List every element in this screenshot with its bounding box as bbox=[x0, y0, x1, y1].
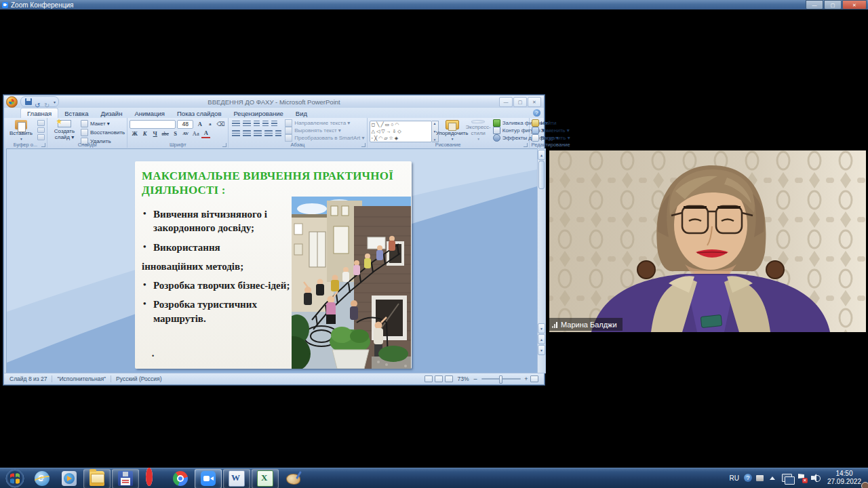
redo-icon[interactable] bbox=[44, 98, 51, 105]
layout-button[interactable]: Макет ▾ bbox=[81, 120, 125, 127]
font-name-input[interactable] bbox=[130, 120, 176, 129]
align-center-icon[interactable] bbox=[243, 130, 251, 137]
volume-icon[interactable] bbox=[811, 474, 821, 482]
shrink-font-button[interactable]: а bbox=[205, 121, 214, 128]
text-direction-button[interactable]: Направление текста ▾ bbox=[285, 119, 364, 127]
font-size-input[interactable]: 48 bbox=[177, 120, 193, 129]
numbering-icon[interactable] bbox=[243, 121, 251, 127]
grow-font-button[interactable]: А bbox=[195, 121, 204, 128]
next-slide-button[interactable]: ▼ bbox=[538, 345, 545, 355]
tab-home[interactable]: Главная bbox=[20, 108, 58, 118]
clipboard-dialog-launcher[interactable] bbox=[41, 143, 45, 147]
slide-canvas[interactable]: МАКСИМАЛЬНЕ ВИВЧЕННЯ ПРАКТИЧНОЇ ДІЯЛЬНОС… bbox=[6, 148, 538, 373]
action-center-flag-icon[interactable] bbox=[797, 474, 806, 482]
tab-view[interactable]: Вид bbox=[290, 108, 313, 118]
taskbar-paint[interactable] bbox=[280, 470, 306, 488]
slide[interactable]: МАКСИМАЛЬНЕ ВИВЧЕННЯ ПРАКТИЧНОЇ ДІЯЛЬНОС… bbox=[135, 161, 412, 369]
strikethrough-button[interactable]: abc bbox=[161, 130, 170, 138]
select-button[interactable]: Выделить ▾ bbox=[532, 134, 570, 142]
slide-body-text[interactable]: •Вивчення вітчизняного і закордонного до… bbox=[142, 207, 294, 331]
ppt-restore-button[interactable]: ▢ bbox=[513, 97, 527, 107]
maximize-button[interactable]: ▢ bbox=[824, 0, 842, 9]
tab-insert[interactable]: Вставка bbox=[58, 108, 94, 118]
align-right-icon[interactable] bbox=[254, 130, 262, 137]
scroll-up-icon[interactable]: ▲ bbox=[538, 150, 545, 160]
increase-indent-icon[interactable] bbox=[262, 121, 269, 127]
bullets-icon[interactable] bbox=[232, 121, 240, 127]
quick-styles-button[interactable]: Экспресс-стили▾ bbox=[466, 119, 491, 141]
line-spacing-icon[interactable] bbox=[271, 121, 277, 127]
office-button[interactable] bbox=[6, 96, 18, 108]
taskbar-internet-explorer[interactable] bbox=[29, 470, 55, 488]
previous-slide-button[interactable]: ▲ bbox=[538, 334, 545, 344]
taskbar-zoom[interactable] bbox=[195, 469, 222, 488]
character-spacing-button[interactable]: AV bbox=[181, 130, 190, 138]
bold-button[interactable]: Ж bbox=[130, 130, 139, 138]
find-button[interactable]: Найти bbox=[532, 119, 570, 127]
show-hidden-icons-arrow[interactable] bbox=[770, 476, 775, 480]
taskbar-media-player[interactable] bbox=[56, 470, 82, 488]
vertical-scrollbar[interactable]: ▲ ▼ ▲ ▼ bbox=[537, 148, 546, 373]
replace-button[interactable]: Заменить ▾ bbox=[532, 127, 570, 134]
clear-formatting-button[interactable]: ⌫ bbox=[216, 121, 225, 128]
shadow-button[interactable]: S bbox=[171, 130, 180, 138]
decrease-indent-icon[interactable] bbox=[254, 121, 260, 127]
zoom-in-icon[interactable]: + bbox=[524, 376, 530, 382]
taskbar-chrome[interactable] bbox=[167, 470, 193, 488]
minimize-button[interactable]: — bbox=[806, 0, 823, 9]
taskbar-opera[interactable] bbox=[140, 470, 166, 488]
change-case-button[interactable]: Aa bbox=[191, 130, 200, 138]
zoom-out-icon[interactable]: – bbox=[473, 376, 479, 382]
language-help-icon[interactable]: ? bbox=[744, 474, 752, 482]
network-icon[interactable] bbox=[782, 474, 792, 482]
zoom-slider[interactable] bbox=[481, 378, 521, 380]
scroll-down-icon[interactable]: ▼ bbox=[538, 323, 545, 333]
paragraph-dialog-launcher[interactable] bbox=[361, 143, 366, 147]
italic-button[interactable]: К bbox=[140, 130, 149, 138]
tab-design[interactable]: Дизайн bbox=[94, 108, 128, 118]
align-text-button[interactable]: Выровнять текст ▾ bbox=[285, 127, 364, 134]
taskbar-word[interactable] bbox=[223, 469, 250, 488]
columns-icon[interactable] bbox=[275, 130, 281, 137]
tab-animation[interactable]: Анимация bbox=[128, 108, 171, 118]
font-color-button[interactable]: А bbox=[201, 129, 210, 138]
arrange-button[interactable]: Упорядочить▾ bbox=[439, 119, 466, 141]
zoom-slider-thumb[interactable] bbox=[499, 375, 502, 384]
cut-icon[interactable] bbox=[37, 120, 45, 126]
tab-review[interactable]: Рецензирование bbox=[227, 108, 289, 118]
start-button[interactable] bbox=[5, 469, 24, 488]
undo-icon[interactable] bbox=[35, 98, 41, 105]
save-icon[interactable] bbox=[25, 98, 32, 105]
slide-sorter-icon[interactable] bbox=[435, 375, 443, 382]
slideshow-view-icon[interactable] bbox=[445, 375, 453, 382]
normal-view-icon[interactable] bbox=[425, 375, 433, 382]
underline-button[interactable]: Ч bbox=[151, 130, 159, 138]
taskbar-windows-explorer[interactable] bbox=[83, 469, 111, 488]
keyboard-icon[interactable] bbox=[756, 475, 764, 481]
help-icon[interactable]: ? bbox=[533, 109, 540, 117]
qat-dropdown-icon[interactable]: ▾ bbox=[54, 100, 56, 104]
taskbar-floppy-app[interactable] bbox=[112, 469, 139, 488]
format-painter-icon[interactable] bbox=[37, 134, 45, 140]
language-status[interactable]: Русский (Россия) bbox=[116, 375, 161, 382]
ppt-minimize-button[interactable]: — bbox=[499, 97, 513, 107]
slide-title[interactable]: МАКСИМАЛЬНЕ ВИВЧЕННЯ ПРАКТИЧНОЇ ДІЯЛЬНОС… bbox=[142, 169, 408, 197]
new-slide-button[interactable]: Создать слайд ▾ bbox=[50, 119, 79, 141]
copy-icon[interactable] bbox=[37, 127, 45, 134]
convert-smartart-button[interactable]: Преобразовать в SmartArt ▾ bbox=[285, 134, 364, 142]
justify-icon[interactable] bbox=[264, 130, 273, 137]
drawing-dialog-launcher[interactable] bbox=[524, 143, 528, 147]
ppt-close-button[interactable]: ✕ bbox=[528, 97, 541, 107]
tray-clock[interactable]: 14:50 27.09.2022 bbox=[823, 470, 867, 486]
webcam-video[interactable]: Марина Балджи bbox=[549, 150, 866, 332]
taskbar-excel[interactable] bbox=[252, 469, 279, 488]
reset-button[interactable]: Восстановить bbox=[81, 129, 125, 136]
font-dialog-launcher[interactable] bbox=[222, 143, 226, 147]
shapes-gallery[interactable]: ◻ ╲ ╱ ▭ ○ ◠ △ ◁ ▽ → ⇩ ◇ ◦ ╳ ◠ ▱ ☆ ◈ bbox=[370, 121, 432, 142]
align-left-icon[interactable] bbox=[232, 130, 240, 137]
paste-button[interactable]: Вставить▾ bbox=[6, 119, 36, 141]
close-button[interactable]: ✕ bbox=[842, 0, 867, 9]
language-indicator[interactable]: RU bbox=[726, 474, 741, 482]
scroll-thumb[interactable] bbox=[538, 161, 545, 189]
fit-to-window-icon[interactable] bbox=[530, 375, 538, 382]
